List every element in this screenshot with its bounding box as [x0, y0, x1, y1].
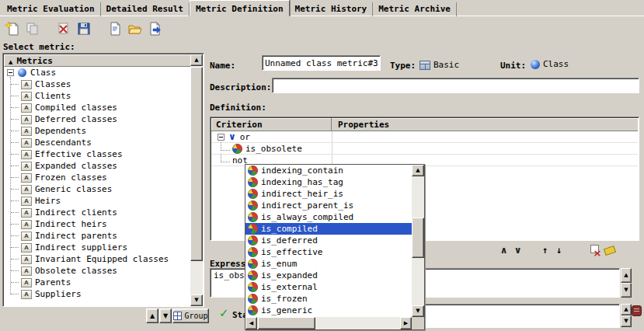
- dropdown-item[interactable]: is_always_compiled: [245, 211, 412, 223]
- tree-item-label: Deferred classes: [35, 114, 117, 124]
- dropdown-item[interactable]: is_frozen: [245, 293, 412, 305]
- metric-toolbar: [3, 19, 165, 38]
- tree-item[interactable]: Suppliers: [4, 288, 191, 300]
- criterion-icon: [248, 212, 258, 222]
- move-criterion-down-button[interactable]: ↓: [552, 244, 566, 256]
- new-archive-button[interactable]: [106, 19, 124, 38]
- unit-value-group: Class: [531, 59, 569, 69]
- criterion-row-is-obsolete[interactable]: is_obsolete: [211, 143, 638, 155]
- group-toggle-button[interactable]: Group: [172, 308, 209, 323]
- description-input[interactable]: [272, 78, 639, 93]
- move-metric-up-button[interactable]: ▲: [146, 308, 158, 323]
- scroll-up-icon[interactable]: ▲: [412, 165, 424, 176]
- scroll-right-icon[interactable]: ▶: [400, 317, 412, 329]
- criterion-dropdown: indexing_contain indexing_has_tag indire…: [245, 164, 425, 330]
- tab-detailed-result[interactable]: Detailed Result: [101, 2, 190, 16]
- save-metric-icon: [76, 21, 92, 37]
- new-metric-button[interactable]: [3, 19, 22, 38]
- tab-metric-history[interactable]: Metric History: [290, 2, 374, 16]
- dropdown-item[interactable]: is_enum: [245, 258, 412, 270]
- tree-item[interactable]: Frozen classes: [4, 172, 191, 183]
- metric-icon: [21, 267, 32, 276]
- note-icon[interactable]: [632, 305, 642, 316]
- move-metric-down-button[interactable]: ▼: [159, 308, 172, 323]
- delete-criterion-button[interactable]: [589, 244, 602, 256]
- dropdown-item[interactable]: indexing_contain: [245, 165, 412, 176]
- criterion-icon: [248, 235, 258, 246]
- tree-item[interactable]: Parents: [4, 277, 191, 288]
- metric-icon: [21, 220, 32, 229]
- tree-item[interactable]: Compiled classes: [4, 102, 191, 113]
- and-operator-button[interactable]: ∧: [497, 244, 510, 256]
- tree-item[interactable]: Classes: [4, 78, 191, 90]
- tree-item[interactable]: Indirect clients: [4, 207, 191, 218]
- dropdown-item[interactable]: is_deferred: [245, 235, 412, 246]
- tree-item[interactable]: Dependents: [4, 125, 191, 137]
- tree-item[interactable]: Indirect heirs: [4, 218, 191, 230]
- dropdown-item[interactable]: indirect_heir_is: [245, 188, 412, 200]
- dropdown-item[interactable]: is_effective: [245, 246, 412, 258]
- tree-item[interactable]: Effective classes: [4, 148, 191, 160]
- tree-item[interactable]: Generic classes: [4, 183, 191, 195]
- tree-item-label: Heirs: [35, 196, 61, 206]
- tree-branch-icon: [11, 84, 19, 85]
- tree-scrollbar[interactable]: ▲ ▼: [190, 54, 203, 306]
- collapse-icon[interactable]: [7, 69, 14, 76]
- erase-criterion-button[interactable]: [603, 244, 616, 256]
- export-metrics-button[interactable]: [146, 19, 165, 38]
- duplicate-metric-button[interactable]: [23, 19, 42, 38]
- tree-item[interactable]: Clients: [4, 90, 191, 102]
- name-label: Name:: [210, 61, 235, 71]
- dropdown-vertical-scrollbar[interactable]: ▲ ▼: [412, 165, 424, 317]
- scroll-down-icon[interactable]: ▼: [621, 283, 632, 298]
- metric-icon: [21, 290, 32, 299]
- tree-item[interactable]: Expanded classes: [4, 160, 191, 172]
- tree-scroll-thumb[interactable]: [190, 67, 203, 261]
- tree-item[interactable]: Indirect suppliers: [4, 242, 191, 253]
- metrics-column-header[interactable]: Metrics: [4, 54, 191, 67]
- dropdown-item-label: is_deferred: [261, 235, 318, 246]
- dropdown-item[interactable]: indirect_parent_is: [245, 200, 412, 211]
- scroll-down-icon[interactable]: ▼: [412, 305, 424, 317]
- tab-metric-evaluation[interactable]: Metric Evaluation: [2, 2, 101, 16]
- dropdown-item[interactable]: indexing_has_tag: [245, 176, 412, 188]
- tree-item[interactable]: Descendants: [4, 137, 191, 148]
- scroll-down-icon[interactable]: ▼: [621, 315, 632, 327]
- move-criterion-up-button[interactable]: ↑: [538, 244, 552, 256]
- metric-name-input[interactable]: [262, 55, 381, 71]
- tree-item-class-root[interactable]: Class: [4, 67, 191, 78]
- tab-metric-definition[interactable]: Metric Definition: [190, 0, 290, 16]
- tree-branch-icon: [11, 224, 19, 225]
- or-operator-button[interactable]: ∨: [511, 244, 524, 256]
- dropdown-hscroll-thumb[interactable]: [258, 317, 315, 329]
- criterion-icon: [248, 305, 258, 315]
- scroll-up-icon[interactable]: ▲: [621, 268, 632, 283]
- dropdown-item[interactable]: is_compiled: [245, 223, 412, 235]
- save-metric-button[interactable]: [75, 19, 93, 38]
- tree-item[interactable]: Invariant Equipped classes: [4, 253, 191, 265]
- dropdown-item-label: indirect_heir_is: [261, 189, 343, 199]
- delete-metric-button[interactable]: [54, 19, 73, 38]
- tree-item[interactable]: Heirs: [4, 195, 191, 207]
- metric-icon: [21, 115, 32, 124]
- scroll-up-icon[interactable]: ▲: [190, 54, 203, 66]
- collapse-icon[interactable]: [218, 134, 225, 141]
- tree-item[interactable]: Deferred classes: [4, 113, 191, 125]
- dropdown-item[interactable]: is_external: [245, 281, 412, 293]
- tree-item-label: Indirect heirs: [35, 219, 107, 229]
- tree-item[interactable]: Indirect parents: [4, 230, 191, 242]
- dropdown-vscroll-thumb[interactable]: [412, 218, 424, 258]
- tree-item-label: Obsolete classes: [35, 266, 117, 276]
- open-archive-button[interactable]: [126, 19, 144, 38]
- dropdown-item[interactable]: is_generic: [245, 305, 412, 316]
- dropdown-horizontal-scrollbar[interactable]: ◀ ▶: [245, 317, 412, 329]
- tab-metric-archive[interactable]: Metric Archive: [373, 2, 457, 16]
- criterion-row-or[interactable]: or: [211, 131, 638, 143]
- dropdown-item[interactable]: is_expanded: [245, 270, 412, 281]
- metric-icon: [21, 127, 32, 136]
- scroll-down-icon[interactable]: ▼: [190, 294, 203, 306]
- scroll-up-icon[interactable]: ▲: [621, 304, 632, 315]
- tree-item[interactable]: Obsolete classes: [4, 265, 191, 277]
- scroll-left-icon[interactable]: ◀: [245, 317, 257, 329]
- properties-column-header: Properties: [332, 118, 638, 131]
